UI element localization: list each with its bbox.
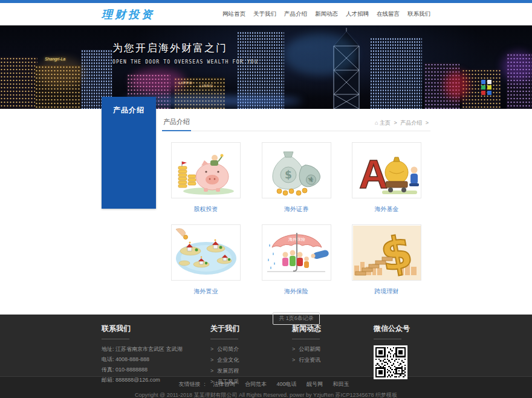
product-image-overseas-insurance[interactable]: 海外保险	[262, 224, 331, 281]
footer-wechat-title: 微信公众号	[374, 324, 430, 334]
sidebar-product-menu: 产品介绍	[102, 97, 156, 209]
arrow-icon: >	[292, 357, 295, 363]
main-content-area: 产品介绍 产品介绍 ⌂ 主页 > 产品介绍 >	[102, 109, 430, 315]
nav-item-contact[interactable]: 联系我们	[407, 10, 430, 18]
copyright-text: Copyright @ 2011-2018 某某理财有限公司 All Right…	[0, 391, 532, 398]
footer-link-culture[interactable]: >企业文化	[210, 356, 292, 364]
product-image-crossborder-finance[interactable]: $	[352, 224, 421, 281]
product-image-overseas-securities[interactable]: $ ¥	[262, 142, 331, 198]
product-image-overseas-property[interactable]	[171, 224, 241, 281]
product-title[interactable]: 海外置业	[171, 287, 241, 296]
hero-neon-glow	[131, 69, 185, 93]
hero-neon-glow	[444, 71, 469, 99]
footer-link-company-profile[interactable]: >公司简介	[210, 345, 292, 353]
breadcrumb-current[interactable]: 产品介绍	[400, 120, 422, 126]
hero-neon-signs	[481, 80, 485, 84]
contact-fax: 传真: 010-8888888	[102, 366, 210, 374]
main-nav: 网站首页 关于我们 产品介绍 新闻动态 人才招聘 在线留言 联系我们	[222, 10, 430, 18]
product-section: 产品介绍 ⌂ 主页 > 产品介绍 >	[162, 109, 430, 325]
footer-link-history[interactable]: >发展历程	[210, 367, 292, 375]
footer-news-title: 新闻动态	[292, 324, 374, 334]
product-card: 海外置业	[171, 224, 241, 296]
product-image-overseas-fund[interactable]: A	[352, 142, 421, 198]
nav-item-jobs[interactable]: 人才招聘	[346, 10, 369, 18]
site-logo[interactable]: 理财投资	[102, 7, 155, 22]
hero-building	[370, 38, 422, 109]
hero-neon-glow	[502, 51, 532, 82]
hero-neon-signs	[487, 80, 491, 84]
nav-item-about[interactable]: 关于我们	[253, 10, 276, 18]
footer-link-industry-news[interactable]: >行业资讯	[292, 356, 374, 364]
sidebar-title: 产品介绍	[102, 97, 156, 124]
contact-address: 地址: 江苏省南京市玄武区 玄武湖	[102, 345, 210, 353]
arrow-icon: >	[210, 357, 213, 363]
site-header: 理财投资 网站首页 关于我们 产品介绍 新闻动态 人才招聘 在线留言 联系我们	[0, 3, 532, 25]
divider	[210, 339, 238, 339]
footer-link-staff[interactable]: >员工风采	[210, 378, 292, 386]
nav-item-message[interactable]: 在线留言	[377, 10, 400, 18]
divider	[292, 339, 320, 339]
hero-building	[0, 57, 37, 109]
footer-link-company-news[interactable]: >公司新闻	[292, 345, 374, 353]
arrow-icon: >	[210, 368, 213, 374]
footer-contact-title: 联系我们	[102, 324, 210, 334]
product-grid: 股权投资 $ ¥	[162, 131, 430, 307]
hero-neon-glow	[36, 57, 85, 88]
product-card: $ ¥ 海外证券	[262, 142, 331, 214]
hero-sign-hotel: Shangri-La	[45, 57, 65, 61]
arrow-icon: >	[210, 379, 213, 385]
divider	[102, 339, 129, 339]
breadcrumb: ⌂ 主页 > 产品介绍 >	[375, 119, 430, 131]
divider	[374, 339, 401, 339]
wechat-qr-code	[374, 345, 407, 379]
hero-banner: Shangri-La LIPPO LIPPO 为您开启海外财富之门 OPEN T…	[0, 25, 532, 109]
product-title[interactable]: 海外证券	[262, 205, 331, 214]
section-header: 产品介绍 ⌂ 主页 > 产品介绍 >	[162, 115, 430, 131]
product-title[interactable]: 海外基金	[352, 205, 421, 214]
arrow-icon: >	[210, 346, 213, 352]
product-title[interactable]: 股权投资	[171, 205, 241, 214]
footer-news-column: 新闻动态 >公司新闻 >行业资讯	[292, 324, 374, 389]
contact-email: 邮箱: 888888@126.com	[102, 376, 210, 384]
nav-item-news[interactable]: 新闻动态	[315, 10, 338, 18]
nav-item-home[interactable]: 网站首页	[222, 10, 245, 18]
product-image-equity-investment[interactable]	[171, 142, 241, 198]
section-title: 产品介绍	[162, 115, 191, 131]
product-title[interactable]: 海外保险	[262, 287, 331, 296]
arrow-icon: >	[292, 346, 295, 352]
product-card: A 海外基金	[352, 142, 421, 214]
home-icon: ⌂	[375, 120, 378, 126]
product-card: 股权投资	[171, 142, 241, 214]
footer-contact-column: 联系我们 地址: 江苏省南京市玄武区 玄武湖 电话: 4008-888-888 …	[102, 324, 210, 389]
footer-about-title: 关于我们	[210, 324, 292, 334]
footer-about-column: 关于我们 >公司简介 >企业文化 >发展历程 >员工风采	[210, 324, 292, 389]
hero-title: 为您开启海外财富之门	[112, 41, 258, 55]
breadcrumb-home[interactable]: 主页	[380, 120, 391, 126]
nav-item-products[interactable]: 产品介绍	[284, 10, 307, 18]
footer-wechat-column: 微信公众号	[374, 324, 430, 389]
svg-text:A: A	[359, 152, 388, 197]
product-title[interactable]: 跨境理财	[352, 287, 421, 296]
hero-sign-lippo: LIPPO	[179, 81, 193, 85]
hero-sign-lippo: LIPPO	[199, 84, 213, 88]
contact-phone: 电话: 4008-888-888	[102, 356, 210, 364]
product-card: $ 跨境理财	[352, 224, 421, 296]
hero-subtitle: OPEN THE DOOR TO OVERSEAS WEALTH FOR YOU	[112, 59, 258, 65]
hero-neon-glow	[284, 33, 357, 76]
product-card: 海外保险 海外保险	[262, 224, 331, 296]
site-footer: 联系我们 地址: 江苏省南京市玄武区 玄武湖 电话: 4008-888-888 …	[0, 315, 532, 376]
svg-text:$: $	[285, 169, 292, 181]
